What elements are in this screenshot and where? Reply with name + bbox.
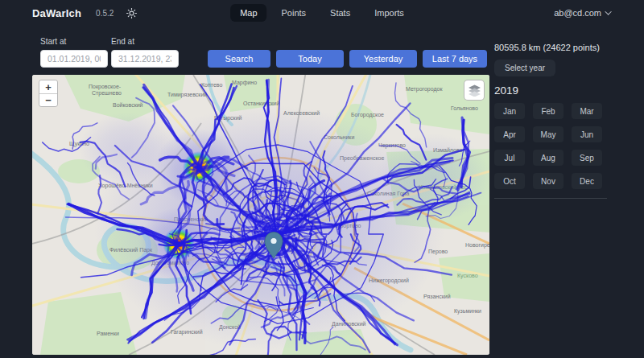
map-layers-button[interactable] — [464, 80, 485, 101]
month-button-nov[interactable]: Nov — [533, 173, 564, 189]
theme-toggle-button[interactable] — [126, 8, 137, 19]
year-heading: 2019 — [494, 84, 615, 97]
map-container[interactable]: Покровское-СтрешневоВойковскийКоптевоТим… — [32, 75, 489, 355]
navbar: DaWarIch 0.5.2 Map Points Stats Imports … — [0, 0, 644, 26]
sun-icon — [126, 8, 137, 19]
map-label: Раменки — [97, 331, 119, 336]
month-button-jun[interactable]: Jun — [572, 126, 602, 142]
filter-buttons: Search Today Yesterday Last 7 days — [208, 50, 487, 68]
tab-stats[interactable]: Stats — [320, 4, 360, 22]
map-canvas: Покровское-СтрешневоВойковскийКоптевоТим… — [32, 75, 489, 355]
sidebar-divider — [494, 198, 607, 199]
main-content: Start at End at Search Today Yesterday L… — [0, 26, 644, 355]
last-7-days-button[interactable]: Last 7 days — [423, 50, 487, 68]
map-label: Стрешнево — [92, 90, 122, 97]
month-button-aug[interactable]: Aug — [533, 150, 564, 166]
start-at-input[interactable] — [40, 50, 108, 68]
month-grid: Jan Feb Mar Apr May Jun Jul Aug Sep Oct … — [494, 103, 615, 189]
month-button-dec[interactable]: Dec — [572, 173, 602, 189]
filter-bar: Start at End at Search Today Yesterday L… — [32, 37, 489, 68]
month-button-jul[interactable]: Jul — [494, 150, 525, 166]
map-label: Коптево — [201, 82, 222, 88]
month-button-oct[interactable]: Oct — [494, 173, 525, 189]
month-button-apr[interactable]: Apr — [494, 126, 525, 142]
map-label: Новогиреево — [465, 242, 489, 249]
tab-map[interactable]: Map — [230, 4, 266, 22]
tab-points[interactable]: Points — [272, 4, 316, 22]
map-label: Кузьминки — [454, 308, 481, 315]
today-button[interactable]: Today — [276, 50, 344, 68]
end-at-input[interactable] — [111, 50, 179, 68]
map-label: Тимирязевский — [167, 92, 207, 98]
select-year-button[interactable]: Select year — [494, 60, 555, 76]
layers-icon — [468, 84, 481, 97]
app-logo: DaWarIch — [32, 7, 81, 19]
map-label: Рязанский — [423, 294, 451, 299]
map-zoom-control: + − — [39, 80, 58, 107]
distance-stats: 80595.8 km (24622 points) — [494, 43, 615, 52]
month-button-may[interactable]: May — [533, 126, 564, 142]
yesterday-button[interactable]: Yesterday — [349, 50, 417, 68]
tab-imports[interactable]: Imports — [365, 4, 414, 22]
zoom-in-button[interactable]: + — [39, 80, 57, 93]
map-label: Покровское- — [89, 84, 122, 90]
account-menu[interactable]: ab@cd.com — [554, 8, 612, 18]
map-label: Богородское — [351, 112, 384, 118]
map-label: Войковский — [113, 102, 143, 108]
month-button-mar[interactable]: Mar — [572, 103, 602, 119]
map-label: Марфино — [232, 80, 257, 86]
end-at-label: End at — [111, 37, 179, 46]
month-button-feb[interactable]: Feb — [533, 103, 564, 119]
zoom-out-button[interactable]: − — [39, 93, 57, 106]
start-at-label: Start at — [40, 37, 108, 46]
nav-tabs: Map Points Stats Imports — [230, 4, 414, 22]
month-button-sep[interactable]: Sep — [572, 150, 602, 166]
map-column: Start at End at Search Today Yesterday L… — [32, 26, 489, 355]
end-at-field: End at — [111, 37, 179, 68]
map-label: Кусково — [457, 273, 478, 279]
map-label: Гольяново — [451, 105, 478, 111]
start-at-field: Start at — [40, 37, 108, 68]
sidebar: 80595.8 km (24622 points) Select year 20… — [494, 26, 615, 355]
map-label: Метрогородок — [406, 86, 443, 93]
map-label: Останкинский — [243, 101, 279, 106]
chevron-down-icon — [605, 8, 611, 14]
month-button-jan[interactable]: Jan — [494, 103, 525, 119]
search-button[interactable]: Search — [208, 50, 270, 68]
account-email: ab@cd.com — [554, 8, 601, 18]
version-label: 0.5.2 — [96, 9, 114, 18]
